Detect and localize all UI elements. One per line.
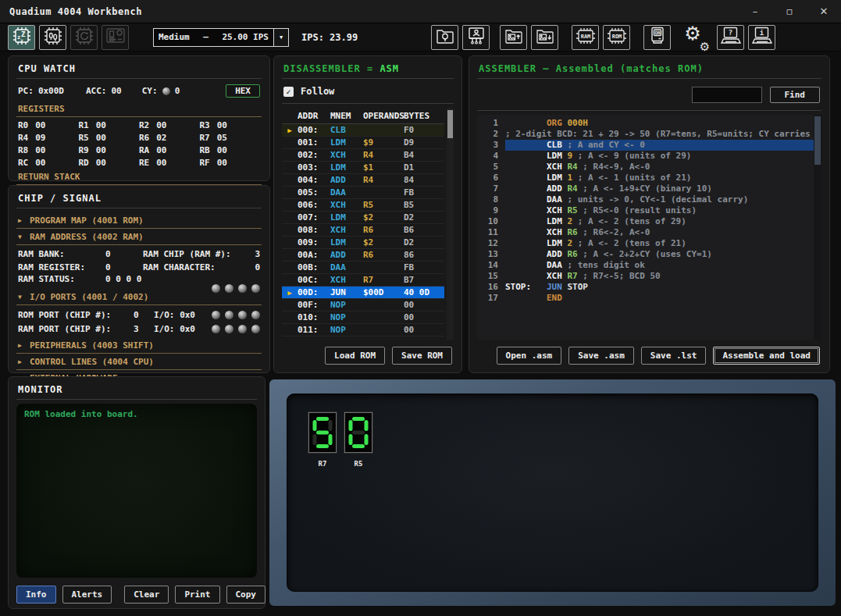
run-button[interactable] bbox=[70, 25, 98, 50]
asm-line[interactable]: 7 ADD R4 ; A <- 1+9+CY (binary 10) bbox=[477, 183, 821, 194]
assembler-title: ASSEMBLER — Assembled (matches ROM) bbox=[477, 61, 821, 78]
cpu-watch-title: CPU WATCH bbox=[16, 61, 262, 78]
disasm-mnemonic: NOP bbox=[330, 300, 363, 310]
section-ram-address[interactable]: ▼ RAM ADDRESS (4002 RAM) bbox=[16, 229, 262, 245]
speed-dropdown-arrow[interactable]: ▼ bbox=[273, 29, 288, 46]
maximize-button[interactable]: ▫ bbox=[772, 0, 807, 23]
step-chip-icon bbox=[43, 26, 63, 49]
minimize-button[interactable]: – bbox=[738, 0, 772, 23]
print-button[interactable]: Print bbox=[175, 586, 219, 604]
scrollbar-thumb[interactable] bbox=[447, 110, 453, 138]
asm-line[interactable]: 9 XCH R5 ; R5<-0 (result units) bbox=[477, 205, 821, 216]
register-name: R8 bbox=[18, 145, 28, 155]
ram-io-leds bbox=[204, 325, 260, 333]
disasm-row[interactable]: 004:ADDR484 bbox=[282, 174, 444, 187]
asm-line[interactable]: 12 LDM 2 ; A <- 2 (tens of 21) bbox=[477, 238, 821, 249]
section-io-ports[interactable]: ▼ I/O PORTS (4001 / 4002) bbox=[16, 289, 262, 305]
asm-line[interactable]: 1 ORG 000H bbox=[477, 118, 821, 129]
assembler-editor[interactable]: 1 ORG 000H2; 2-digit BCD: 21 + 29 -> 50 … bbox=[477, 115, 821, 340]
asm-token: XCH bbox=[547, 205, 562, 215]
find-input[interactable] bbox=[692, 87, 762, 103]
section-peripherals[interactable]: ▶ PERIPHERALS (4003 SHIFT) bbox=[16, 337, 262, 354]
disasm-row[interactable]: 003:LDM$1D1 bbox=[282, 162, 444, 174]
disasm-row[interactable]: 011:NOP00 bbox=[282, 324, 444, 336]
user-monitor-icon bbox=[466, 26, 486, 49]
disasm-row[interactable]: 006:XCHR5B5 bbox=[282, 199, 444, 212]
asm-line[interactable]: 10 LDM 2 ; A <- 2 (tens of 29) bbox=[477, 216, 821, 227]
disasm-row[interactable]: 009:LDM$2D2 bbox=[282, 237, 444, 249]
asm-line[interactable]: 17 END bbox=[477, 293, 821, 304]
line-number: 15 bbox=[477, 271, 505, 282]
asm-line[interactable]: 2; 2-digit BCD: 21 + 29 -> 50 (R7=tens, … bbox=[477, 129, 821, 140]
scrollbar-thumb[interactable] bbox=[814, 116, 821, 165]
clear-button[interactable]: Clear bbox=[124, 586, 169, 604]
assemble-and-load-button[interactable]: Assemble and load bbox=[713, 347, 820, 365]
disasm-row[interactable]: 005:DAAFB bbox=[282, 187, 444, 199]
io-led bbox=[212, 311, 220, 319]
board-view-button[interactable] bbox=[102, 25, 129, 50]
settings-button[interactable]: ⚙ ⚙ bbox=[684, 26, 707, 49]
alerts-tab-button[interactable]: Alerts bbox=[62, 586, 112, 604]
open-asm-button[interactable]: Open .asm bbox=[497, 347, 562, 365]
disassembler-panel: DISASSEMBLER = ASM ✓ Follow ADDR MNEM OP… bbox=[273, 55, 462, 373]
asm-line[interactable]: 5 XCH R4 ; R4<-9, A<-0 bbox=[477, 162, 821, 173]
disasm-row[interactable]: 00A:ADDR686 bbox=[282, 249, 444, 262]
asm-line[interactable]: 4 LDM 9 ; A <- 9 (units of 29) bbox=[477, 151, 821, 162]
disasm-row[interactable]: 007:LDM$2D2 bbox=[282, 212, 444, 224]
hex-toggle-button[interactable]: HEX bbox=[226, 84, 260, 98]
disasm-row[interactable]: 008:XCHR6B6 bbox=[282, 224, 444, 237]
export-image-button[interactable] bbox=[500, 25, 527, 50]
save-lst-button[interactable]: Save .lst bbox=[641, 347, 707, 365]
ram-register-label: RAM REGISTER: bbox=[18, 262, 105, 272]
step-button[interactable] bbox=[39, 25, 66, 50]
rom-view-button[interactable]: ROM bbox=[603, 25, 630, 50]
find-button[interactable]: Find bbox=[770, 87, 821, 103]
disasm-row[interactable]: ▶000:CLBF0 bbox=[282, 124, 444, 137]
close-button[interactable]: ✕ bbox=[807, 0, 841, 23]
qbasic-button[interactable]: QB bbox=[643, 25, 671, 50]
asm-line[interactable]: 8 DAA ; units -> 0, CY<-1 (decimal carry… bbox=[477, 194, 821, 205]
asm-line-code: ADD R6 ; A <- 2+2+CY (uses CY=1) bbox=[505, 249, 821, 260]
ram-io-label: I/O: bbox=[154, 324, 175, 334]
disasm-row[interactable]: 00F:NOP00 bbox=[282, 299, 444, 312]
disasm-row[interactable]: 001:LDM$9D9 bbox=[282, 137, 444, 149]
ram-view-button[interactable]: RAM bbox=[572, 25, 599, 50]
user-board-button[interactable] bbox=[462, 25, 490, 50]
asm-line[interactable]: 15 XCH R7 ; R7<-5; BCD 50 bbox=[477, 271, 821, 282]
disasm-row[interactable]: 002:XCHR4B4 bbox=[282, 149, 444, 162]
asm-line[interactable]: 6 LDM 1 ; A <- 1 (units of 21) bbox=[477, 173, 821, 183]
asm-token: DAA bbox=[547, 260, 562, 270]
register-cell: R602 bbox=[139, 132, 200, 144]
disasm-row[interactable]: 00B:DAAFB bbox=[282, 262, 444, 274]
asm-line[interactable]: 3 CLB ; A and CY <- 0 bbox=[477, 140, 821, 151]
section-control-lines[interactable]: ▶ CONTROL LINES (4004 CPU) bbox=[16, 354, 262, 370]
load-rom-button[interactable]: Load ROM bbox=[325, 347, 385, 365]
idea-folder-button[interactable] bbox=[431, 25, 458, 50]
copy-button[interactable]: Copy bbox=[226, 586, 266, 604]
section-program-map[interactable]: ▶ PROGRAM MAP (4001 ROM) bbox=[16, 212, 262, 229]
disasm-row[interactable]: 00C:XCHR7B7 bbox=[282, 274, 444, 287]
disasm-row[interactable]: ▶00D:JUN$00D40 0D bbox=[282, 287, 444, 299]
asm-line[interactable]: 16STOP: JUN STOP bbox=[477, 282, 821, 293]
import-image-button[interactable] bbox=[531, 25, 558, 50]
disasm-operand: $00D bbox=[363, 287, 404, 297]
speed-select[interactable]: Medium — 25.00 IPS ▼ bbox=[153, 28, 289, 47]
follow-checkbox[interactable]: ✓ bbox=[283, 87, 294, 97]
asm-line-code: ORG 000H bbox=[505, 118, 821, 129]
save-rom-button[interactable]: Save ROM bbox=[392, 347, 452, 365]
current-instruction-arrow-icon: ▶ bbox=[282, 289, 298, 297]
asm-line[interactable]: 13 ADD R6 ; A <- 2+2+CY (uses CY=1) bbox=[477, 249, 821, 260]
about-button[interactable]: i bbox=[748, 25, 775, 50]
asm-line[interactable]: 11 XCH R6 ; R6<-2, A<-0 bbox=[477, 227, 821, 238]
help-button[interactable]: ? bbox=[717, 25, 744, 50]
register-name: RB bbox=[200, 145, 210, 155]
save-asm-button[interactable]: Save .asm bbox=[568, 347, 634, 365]
asm-line[interactable]: 14 DAA ; tens digit ok bbox=[477, 260, 821, 271]
info-tab-button[interactable]: Info bbox=[16, 586, 56, 604]
disassembler-scrollbar[interactable] bbox=[447, 108, 454, 340]
asm-line-code: XCH R4 ; R4<-9, A<-0 bbox=[505, 162, 821, 173]
disasm-row[interactable]: 010:NOP00 bbox=[282, 312, 444, 324]
board-surface: R7R5 bbox=[287, 393, 818, 592]
halt-sleep-button[interactable]: Z z z bbox=[8, 25, 35, 50]
assembler-scrollbar[interactable] bbox=[814, 115, 821, 340]
